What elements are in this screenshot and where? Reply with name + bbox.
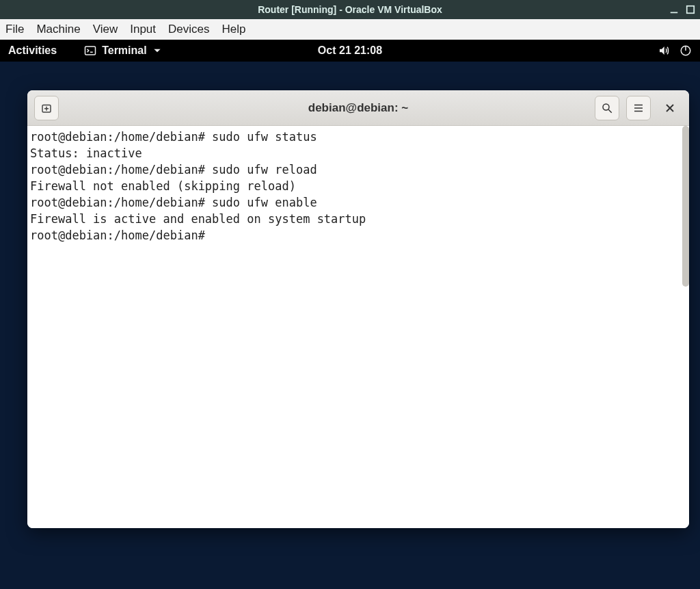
terminal-window: debian@debian: ~ bbox=[27, 90, 689, 528]
gnome-topbar: Activities Terminal Oct 21 21:08 bbox=[0, 40, 700, 62]
terminal-line: root@debian:/home/debian# sudo ufw reloa… bbox=[30, 161, 686, 178]
search-icon bbox=[601, 102, 613, 114]
gnome-clock[interactable]: Oct 21 21:08 bbox=[318, 44, 382, 57]
app-indicator[interactable]: Terminal bbox=[84, 44, 162, 57]
hamburger-icon bbox=[632, 102, 645, 114]
new-tab-button[interactable] bbox=[34, 96, 59, 120]
vbox-window-title: Router [Running] - Oracle VM VirtualBox bbox=[258, 4, 442, 15]
new-tab-icon bbox=[40, 102, 53, 114]
svg-point-9 bbox=[603, 104, 609, 110]
close-button[interactable] bbox=[658, 96, 682, 120]
scrollbar-thumb[interactable] bbox=[682, 126, 689, 287]
terminal-line: root@debian:/home/debian# bbox=[30, 227, 686, 244]
vbox-menu-view[interactable]: View bbox=[93, 23, 118, 36]
vbox-menu-file[interactable]: File bbox=[5, 23, 24, 36]
svg-rect-0 bbox=[671, 12, 678, 14]
gnome-desktop: debian@debian: ~ bbox=[0, 62, 700, 589]
terminal-icon bbox=[84, 44, 96, 57]
vbox-maximize-button[interactable] bbox=[685, 4, 696, 15]
activities-button[interactable]: Activities bbox=[8, 44, 57, 57]
power-icon bbox=[679, 44, 692, 57]
terminal-headerbar: debian@debian: ~ bbox=[27, 90, 689, 126]
vbox-minimize-button[interactable] bbox=[669, 4, 679, 15]
app-indicator-label: Terminal bbox=[102, 44, 147, 57]
vbox-menubar: File Machine View Input Devices Help bbox=[0, 19, 700, 40]
vbox-menu-input[interactable]: Input bbox=[130, 23, 156, 36]
terminal-title: debian@debian: ~ bbox=[308, 101, 408, 115]
terminal-line: Firewall is active and enabled on system… bbox=[30, 211, 686, 227]
gnome-tray[interactable] bbox=[658, 44, 692, 57]
svg-line-10 bbox=[608, 109, 612, 113]
search-button[interactable] bbox=[595, 96, 619, 120]
vbox-menu-devices[interactable]: Devices bbox=[168, 23, 209, 36]
volume-icon bbox=[658, 44, 670, 57]
terminal-line: Status: inactive bbox=[30, 145, 686, 161]
terminal-body[interactable]: root@debian:/home/debian# sudo ufw statu… bbox=[27, 126, 689, 528]
terminal-line: root@debian:/home/debian# sudo ufw statu… bbox=[30, 129, 686, 145]
vbox-titlebar: Router [Running] - Oracle VM VirtualBox bbox=[0, 0, 700, 19]
vbox-menu-help[interactable]: Help bbox=[222, 23, 246, 36]
chevron-down-icon bbox=[152, 46, 162, 55]
menu-button[interactable] bbox=[626, 96, 651, 120]
close-icon bbox=[664, 103, 675, 114]
svg-rect-2 bbox=[85, 47, 96, 55]
vbox-menu-machine[interactable]: Machine bbox=[36, 23, 80, 36]
terminal-line: root@debian:/home/debian# sudo ufw enabl… bbox=[30, 194, 686, 211]
terminal-line: Firewall not enabled (skipping reload) bbox=[30, 178, 686, 194]
svg-rect-1 bbox=[687, 6, 695, 14]
